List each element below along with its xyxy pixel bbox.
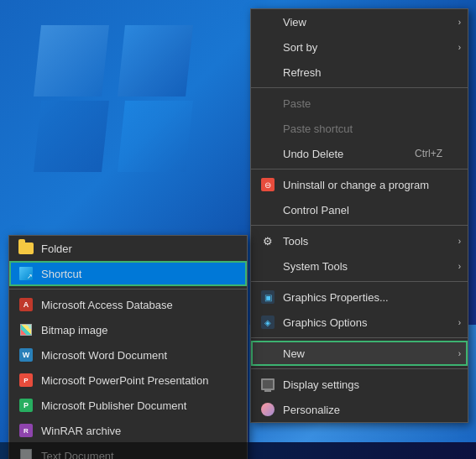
control-panel-icon	[259, 201, 276, 218]
menu-item-system-tools[interactable]: System Tools ›	[251, 253, 468, 279]
menu-item-sort-by-label: Sort by	[283, 41, 442, 54]
submenu-item-shortcut-label: Shortcut	[41, 268, 222, 280]
separator-4	[251, 281, 468, 282]
ms-pub-icon: P	[18, 397, 34, 414]
menu-item-control-panel[interactable]: Control Panel	[251, 197, 468, 222]
menu-item-paste-shortcut[interactable]: Paste shortcut	[251, 116, 468, 141]
separator-3	[251, 225, 468, 226]
menu-item-graphics-options-label: Graphics Options	[283, 316, 442, 329]
menu-item-graphics-properties-label: Graphics Properties...	[283, 291, 442, 304]
menu-item-display-settings[interactable]: Display settings	[251, 372, 468, 397]
submenu-item-bitmap[interactable]: Bitmap image	[9, 317, 247, 342]
submenu-item-winrar-arch[interactable]: R WinRAR archive	[9, 418, 247, 443]
submenu-item-ms-word[interactable]: W Microsoft Word Document	[9, 342, 247, 368]
menu-item-control-panel-label: Control Panel	[283, 204, 442, 216]
paste-icon	[259, 95, 276, 112]
menu-item-display-settings-label: Display settings	[283, 378, 442, 391]
sort-by-arrow: ›	[458, 43, 461, 52]
menu-item-refresh-label: Refresh	[283, 66, 442, 79]
menu-item-refresh[interactable]: Refresh	[251, 60, 468, 85]
menu-item-new[interactable]: New ›	[251, 341, 468, 366]
submenu-item-ms-ppt-label: Microsoft PowerPoint Presentation	[41, 374, 222, 387]
system-tools-icon	[259, 258, 276, 274]
taskbar	[0, 442, 476, 459]
submenu-item-folder[interactable]: Folder	[9, 236, 247, 261]
menu-item-undo-delete[interactable]: Undo Delete Ctrl+Z	[251, 141, 468, 166]
paste-shortcut-icon	[259, 120, 276, 137]
bitmap-icon	[18, 321, 34, 338]
menu-item-graphics-options[interactable]: ◈ Graphics Options ›	[251, 310, 468, 335]
tools-icon: ⚙	[259, 232, 276, 249]
system-tools-arrow: ›	[458, 262, 461, 271]
ms-ppt-icon: P	[18, 372, 34, 389]
menu-item-system-tools-label: System Tools	[283, 260, 442, 273]
submenu-item-folder-label: Folder	[41, 243, 222, 255]
folder-icon	[18, 240, 34, 257]
main-context-menu: View › Sort by › Refresh Paste Paste sho…	[250, 8, 468, 423]
submenu-item-ms-access[interactable]: A Microsoft Access Database	[9, 292, 247, 317]
menu-item-view[interactable]: View ›	[251, 9, 468, 34]
new-icon	[259, 345, 276, 362]
menu-item-tools[interactable]: ⚙ Tools ›	[251, 228, 468, 253]
menu-item-paste-shortcut-label: Paste shortcut	[283, 123, 442, 135]
refresh-icon	[259, 64, 276, 81]
ms-access-icon: A	[18, 296, 34, 313]
new-submenu: Folder Shortcut A Microsoft Access Datab…	[8, 235, 248, 459]
graphics-options-icon: ◈	[259, 314, 276, 331]
submenu-item-ms-word-label: Microsoft Word Document	[41, 349, 222, 362]
ms-word-icon: W	[18, 347, 34, 363]
shortcut-icon	[18, 265, 34, 282]
menu-item-personalize-label: Personalize	[283, 404, 442, 416]
menu-item-paste-label: Paste	[283, 97, 442, 110]
personalize-icon	[259, 401, 276, 418]
submenu-item-ms-pub[interactable]: P Microsoft Publisher Document	[9, 393, 247, 418]
submenu-item-bitmap-label: Bitmap image	[41, 324, 222, 336]
menu-item-graphics-properties[interactable]: ▣ Graphics Properties...	[251, 284, 468, 310]
uninstall-icon: ⊖	[259, 176, 276, 193]
submenu-item-ms-ppt[interactable]: P Microsoft PowerPoint Presentation	[9, 368, 247, 393]
view-arrow: ›	[458, 18, 461, 27]
winrar-arch-icon: R	[18, 422, 34, 439]
menu-item-uninstall-label: Uninstall or change a program	[283, 179, 442, 191]
submenu-item-winrar-arch-label: WinRAR archive	[41, 425, 222, 437]
separator-5	[251, 337, 468, 338]
separator-6	[251, 368, 468, 369]
undo-icon	[259, 145, 276, 162]
menu-item-new-label: New	[283, 347, 442, 360]
graphics-properties-icon: ▣	[259, 289, 276, 305]
separator-2	[251, 169, 468, 170]
tools-arrow: ›	[458, 237, 461, 246]
undo-shortcut: Ctrl+Z	[415, 148, 442, 159]
menu-item-sort-by[interactable]: Sort by ›	[251, 34, 468, 60]
submenu-item-ms-access-label: Microsoft Access Database	[41, 299, 222, 311]
submenu-item-shortcut[interactable]: Shortcut	[9, 261, 247, 286]
view-icon	[259, 13, 276, 30]
menu-item-undo-delete-label: Undo Delete	[283, 148, 398, 160]
menu-item-personalize[interactable]: Personalize	[251, 397, 468, 422]
new-arrow: ›	[458, 349, 461, 358]
graphics-options-arrow: ›	[458, 318, 461, 327]
submenu-separator-1	[9, 289, 247, 289]
menu-item-view-label: View	[283, 16, 442, 29]
separator-1	[251, 87, 468, 88]
menu-item-paste[interactable]: Paste	[251, 91, 468, 116]
menu-item-tools-label: Tools	[283, 235, 442, 248]
desktop: View › Sort by › Refresh Paste Paste sho…	[0, 0, 476, 459]
sort-by-icon	[259, 39, 276, 55]
menu-item-uninstall[interactable]: ⊖ Uninstall or change a program	[251, 172, 468, 197]
submenu-item-ms-pub-label: Microsoft Publisher Document	[41, 399, 222, 412]
display-settings-icon	[259, 376, 276, 393]
